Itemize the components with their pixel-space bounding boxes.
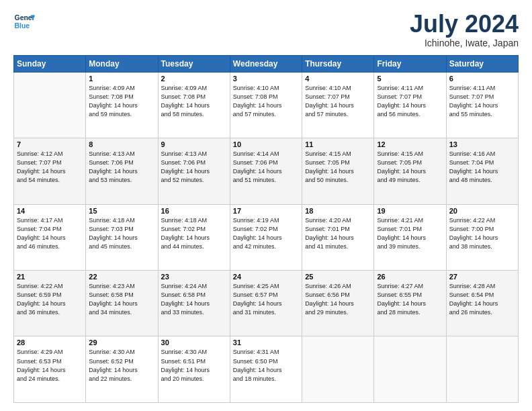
day-info: Sunrise: 4:20 AM Sunset: 7:01 PM Dayligh…	[305, 216, 371, 251]
day-number: 22	[89, 273, 154, 281]
calendar-week-row: 1Sunrise: 4:09 AM Sunset: 7:08 PM Daylig…	[14, 72, 519, 138]
day-number: 27	[449, 273, 515, 281]
col-sunday: Sunday	[14, 55, 86, 72]
day-number: 14	[17, 207, 83, 215]
day-number: 18	[305, 207, 371, 215]
table-row: 15Sunrise: 4:18 AM Sunset: 7:03 PM Dayli…	[86, 204, 158, 270]
main-title: July 2024	[410, 11, 519, 38]
day-info: Sunrise: 4:30 AM Sunset: 6:51 PM Dayligh…	[161, 348, 227, 383]
table-row: 31Sunrise: 4:31 AM Sunset: 6:50 PM Dayli…	[230, 336, 302, 403]
day-number: 29	[89, 338, 154, 347]
day-info: Sunrise: 4:10 AM Sunset: 7:07 PM Dayligh…	[305, 84, 371, 119]
day-number: 25	[305, 273, 371, 281]
calendar-week-row: 21Sunrise: 4:22 AM Sunset: 6:59 PM Dayli…	[14, 271, 519, 336]
page: General Blue July 2024 Ichinohe, Iwate, …	[0, 0, 532, 411]
day-info: Sunrise: 4:29 AM Sunset: 6:53 PM Dayligh…	[17, 348, 83, 383]
calendar-table: Sunday Monday Tuesday Wednesday Thursday…	[13, 55, 519, 403]
calendar-week-row: 28Sunrise: 4:29 AM Sunset: 6:53 PM Dayli…	[14, 336, 519, 403]
day-info: Sunrise: 4:11 AM Sunset: 7:07 PM Dayligh…	[449, 84, 515, 119]
day-info: Sunrise: 4:10 AM Sunset: 7:08 PM Dayligh…	[233, 84, 299, 119]
day-info: Sunrise: 4:27 AM Sunset: 6:55 PM Dayligh…	[377, 282, 443, 317]
day-number: 30	[161, 338, 227, 347]
day-number: 15	[89, 207, 154, 215]
subtitle: Ichinohe, Iwate, Japan	[410, 38, 519, 48]
day-number: 9	[161, 140, 227, 148]
table-row: 23Sunrise: 4:24 AM Sunset: 6:58 PM Dayli…	[158, 271, 230, 336]
table-row	[374, 336, 446, 403]
table-row: 17Sunrise: 4:19 AM Sunset: 7:02 PM Dayli…	[230, 204, 302, 270]
table-row: 18Sunrise: 4:20 AM Sunset: 7:01 PM Dayli…	[302, 204, 374, 270]
day-info: Sunrise: 4:14 AM Sunset: 7:06 PM Dayligh…	[233, 150, 299, 185]
day-info: Sunrise: 4:15 AM Sunset: 7:05 PM Dayligh…	[305, 150, 371, 185]
day-info: Sunrise: 4:11 AM Sunset: 7:07 PM Dayligh…	[377, 84, 443, 119]
table-row: 24Sunrise: 4:25 AM Sunset: 6:57 PM Dayli…	[230, 271, 302, 336]
day-number: 12	[377, 140, 443, 148]
day-number: 7	[17, 140, 83, 148]
day-info: Sunrise: 4:18 AM Sunset: 7:02 PM Dayligh…	[161, 216, 227, 251]
col-saturday: Saturday	[446, 55, 518, 72]
logo: General Blue	[13, 11, 35, 32]
day-info: Sunrise: 4:24 AM Sunset: 6:58 PM Dayligh…	[161, 282, 227, 317]
day-info: Sunrise: 4:22 AM Sunset: 7:00 PM Dayligh…	[449, 216, 515, 251]
col-tuesday: Tuesday	[158, 55, 230, 72]
table-row: 27Sunrise: 4:28 AM Sunset: 6:54 PM Dayli…	[446, 271, 518, 336]
col-thursday: Thursday	[302, 55, 374, 72]
day-info: Sunrise: 4:28 AM Sunset: 6:54 PM Dayligh…	[449, 282, 515, 317]
day-number: 2	[161, 75, 227, 83]
table-row: 9Sunrise: 4:13 AM Sunset: 7:06 PM Daylig…	[158, 138, 230, 204]
day-number: 11	[305, 140, 371, 148]
day-number: 10	[233, 140, 299, 148]
day-info: Sunrise: 4:22 AM Sunset: 6:59 PM Dayligh…	[17, 282, 83, 317]
calendar-header-row: Sunday Monday Tuesday Wednesday Thursday…	[14, 55, 519, 72]
day-number: 23	[161, 273, 227, 281]
table-row: 21Sunrise: 4:22 AM Sunset: 6:59 PM Dayli…	[14, 271, 86, 336]
day-info: Sunrise: 4:09 AM Sunset: 7:08 PM Dayligh…	[161, 84, 227, 119]
day-number: 20	[449, 207, 515, 215]
table-row: 12Sunrise: 4:15 AM Sunset: 7:05 PM Dayli…	[374, 138, 446, 204]
table-row: 30Sunrise: 4:30 AM Sunset: 6:51 PM Dayli…	[158, 336, 230, 403]
day-info: Sunrise: 4:26 AM Sunset: 6:56 PM Dayligh…	[305, 282, 371, 317]
day-info: Sunrise: 4:15 AM Sunset: 7:05 PM Dayligh…	[377, 150, 443, 185]
table-row: 28Sunrise: 4:29 AM Sunset: 6:53 PM Dayli…	[14, 336, 86, 403]
calendar-week-row: 14Sunrise: 4:17 AM Sunset: 7:04 PM Dayli…	[14, 204, 519, 270]
day-number: 17	[233, 207, 299, 215]
col-friday: Friday	[374, 55, 446, 72]
day-info: Sunrise: 4:12 AM Sunset: 7:07 PM Dayligh…	[17, 150, 83, 185]
table-row: 10Sunrise: 4:14 AM Sunset: 7:06 PM Dayli…	[230, 138, 302, 204]
calendar-week-row: 7Sunrise: 4:12 AM Sunset: 7:07 PM Daylig…	[14, 138, 519, 204]
day-info: Sunrise: 4:17 AM Sunset: 7:04 PM Dayligh…	[17, 216, 83, 251]
day-number: 28	[17, 338, 83, 347]
table-row: 14Sunrise: 4:17 AM Sunset: 7:04 PM Dayli…	[14, 204, 86, 270]
day-info: Sunrise: 4:16 AM Sunset: 7:04 PM Dayligh…	[449, 150, 515, 185]
table-row	[14, 72, 86, 138]
day-number: 26	[377, 273, 443, 281]
table-row: 1Sunrise: 4:09 AM Sunset: 7:08 PM Daylig…	[86, 72, 158, 138]
generalblue-logo-icon: General Blue	[13, 11, 35, 32]
day-number: 19	[377, 207, 443, 215]
table-row: 11Sunrise: 4:15 AM Sunset: 7:05 PM Dayli…	[302, 138, 374, 204]
day-info: Sunrise: 4:21 AM Sunset: 7:01 PM Dayligh…	[377, 216, 443, 251]
svg-text:Blue: Blue	[15, 22, 30, 30]
col-wednesday: Wednesday	[230, 55, 302, 72]
day-info: Sunrise: 4:30 AM Sunset: 6:52 PM Dayligh…	[89, 348, 154, 383]
day-info: Sunrise: 4:31 AM Sunset: 6:50 PM Dayligh…	[233, 348, 299, 383]
header: General Blue July 2024 Ichinohe, Iwate, …	[13, 11, 519, 48]
day-number: 8	[89, 140, 154, 148]
title-block: July 2024 Ichinohe, Iwate, Japan	[410, 11, 519, 48]
table-row: 29Sunrise: 4:30 AM Sunset: 6:52 PM Dayli…	[86, 336, 158, 403]
day-info: Sunrise: 4:25 AM Sunset: 6:57 PM Dayligh…	[233, 282, 299, 317]
day-number: 6	[449, 75, 515, 83]
table-row: 3Sunrise: 4:10 AM Sunset: 7:08 PM Daylig…	[230, 72, 302, 138]
day-number: 24	[233, 273, 299, 281]
table-row: 16Sunrise: 4:18 AM Sunset: 7:02 PM Dayli…	[158, 204, 230, 270]
table-row: 5Sunrise: 4:11 AM Sunset: 7:07 PM Daylig…	[374, 72, 446, 138]
day-number: 4	[305, 75, 371, 83]
day-info: Sunrise: 4:13 AM Sunset: 7:06 PM Dayligh…	[161, 150, 227, 185]
day-number: 5	[377, 75, 443, 83]
table-row: 22Sunrise: 4:23 AM Sunset: 6:58 PM Dayli…	[86, 271, 158, 336]
table-row: 26Sunrise: 4:27 AM Sunset: 6:55 PM Dayli…	[374, 271, 446, 336]
day-number: 21	[17, 273, 83, 281]
day-number: 1	[89, 75, 154, 83]
day-info: Sunrise: 4:19 AM Sunset: 7:02 PM Dayligh…	[233, 216, 299, 251]
day-number: 16	[161, 207, 227, 215]
